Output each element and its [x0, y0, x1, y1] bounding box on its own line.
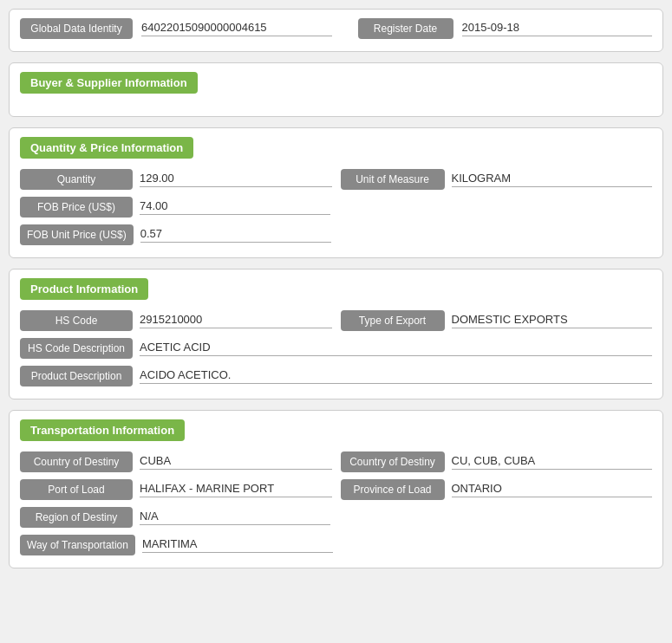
way-of-transportation-value: MARITIMA — [142, 537, 333, 553]
fob-unit-price-row: FOB Unit Price (US$) 0.57 — [20, 224, 652, 245]
global-data-identity-value: 64022015090000004615 — [141, 21, 332, 36]
buyer-supplier-title: Buyer & Supplier Information — [20, 72, 198, 94]
register-date-label: Register Date — [358, 18, 453, 39]
product-title: Product Information — [20, 278, 148, 300]
country-of-destiny-left-label: Country of Destiny — [20, 451, 133, 472]
hs-code-description-row: HS Code Description ACETIC ACID — [20, 338, 652, 359]
fob-price-label: FOB Price (US$) — [20, 197, 133, 218]
transportation-card: Transportation Information Country of De… — [9, 410, 663, 568]
product-description-value: ACIDO ACETICO. — [140, 368, 652, 384]
hs-code-value: 2915210000 — [140, 313, 332, 328]
quantity-price-card: Quantity & Price Information Quantity 12… — [9, 127, 663, 258]
region-of-destiny-value: N/A — [140, 510, 330, 525]
province-of-load-label: Province of Load — [341, 479, 445, 500]
fob-unit-price-value: 0.57 — [140, 227, 331, 243]
hs-code-description-label: HS Code Description — [20, 338, 133, 359]
country-of-destiny-right-label: Country of Destiny — [341, 451, 445, 472]
quantity-label: Quantity — [20, 169, 133, 190]
country-of-destiny-left-value: CUBA — [140, 454, 332, 470]
quantity-price-title: Quantity & Price Information — [20, 137, 193, 159]
transportation-title: Transportation Information — [20, 419, 185, 441]
unit-of-measure-label: Unit of Measure — [341, 169, 445, 190]
province-of-load-value: ONTARIO — [452, 482, 653, 497]
fob-price-value: 74.00 — [140, 199, 330, 215]
region-of-destiny-label: Region of Destiny — [20, 507, 133, 528]
country-of-destiny-row: Country of Destiny CUBA Country of Desti… — [20, 451, 652, 472]
product-description-row: Product Description ACIDO ACETICO. — [20, 366, 652, 386]
quantity-row: Quantity 129.00 Unit of Measure KILOGRAM — [20, 169, 652, 190]
unit-of-measure-value: KILOGRAM — [452, 172, 653, 187]
port-of-load-value: HALIFAX - MARINE PORT — [140, 482, 332, 497]
product-description-label: Product Description — [20, 366, 133, 386]
register-date-value: 2015-09-18 — [462, 21, 653, 36]
hs-code-label: HS Code — [20, 310, 133, 331]
port-of-load-row: Port of Load HALIFAX - MARINE PORT Provi… — [20, 479, 652, 500]
country-of-destiny-right-value: CU, CUB, CUBA — [452, 454, 653, 470]
hs-code-row: HS Code 2915210000 Type of Export DOMEST… — [20, 310, 652, 331]
global-data-identity-label: Global Data Identity — [20, 18, 133, 39]
buyer-supplier-card: Buyer & Supplier Information — [9, 62, 663, 117]
region-of-destiny-row: Region of Destiny N/A — [20, 507, 652, 528]
type-of-export-label: Type of Export — [341, 310, 445, 331]
hs-code-description-value: ACETIC ACID — [140, 341, 652, 356]
header-card: Global Data Identity 6402201509000000461… — [9, 9, 663, 52]
port-of-load-label: Port of Load — [20, 479, 133, 500]
type-of-export-value: DOMESTIC EXPORTS — [452, 313, 653, 328]
fob-unit-price-label: FOB Unit Price (US$) — [20, 224, 134, 245]
way-of-transportation-label: Way of Transportation — [20, 535, 135, 555]
fob-price-row: FOB Price (US$) 74.00 — [20, 197, 652, 218]
way-of-transportation-row: Way of Transportation MARITIMA — [20, 535, 652, 555]
product-card: Product Information HS Code 2915210000 T… — [9, 269, 663, 399]
quantity-value: 129.00 — [140, 172, 332, 187]
